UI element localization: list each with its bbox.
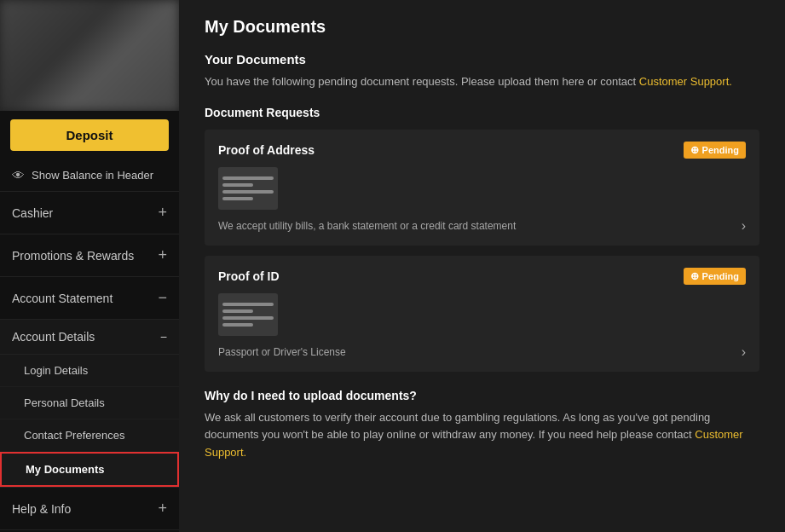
account-details-icon: − <box>160 330 167 344</box>
your-documents-section-title: Your Documents <box>205 52 759 66</box>
id-thumb-line-3 <box>222 316 274 320</box>
proof-of-id-desc-text: Passport or Driver's License <box>218 346 346 358</box>
sidebar-item-account-statement[interactable]: Account Statement − <box>0 277 179 320</box>
login-details-label: Login Details <box>24 364 88 377</box>
proof-of-id-desc: Passport or Driver's License › <box>218 344 746 360</box>
account-details-subnav: Login Details Personal Details Contact P… <box>0 355 179 488</box>
account-statement-label: Account Statement <box>12 292 113 305</box>
id-thumb-line-1 <box>222 303 274 306</box>
your-documents-description: You have the following pending document … <box>205 73 759 90</box>
sidebar-item-login-details[interactable]: Login Details <box>0 355 179 387</box>
proof-of-address-card[interactable]: Proof of Address Pending We accept utili… <box>205 130 759 246</box>
proof-of-address-title: Proof of Address <box>218 143 315 157</box>
main-content: My Documents Your Documents You have the… <box>179 0 785 532</box>
proof-of-address-thumbnail <box>218 167 278 210</box>
proof-of-id-status: Pending <box>684 268 746 285</box>
proof-of-address-header: Proof of Address Pending <box>218 142 746 159</box>
cashier-label: Cashier <box>12 206 53 220</box>
proof-of-address-desc-text: We accept utility bills, a bank statemen… <box>218 220 516 232</box>
sidebar-item-account-details[interactable]: Account Details − <box>0 320 179 355</box>
help-expand-icon: + <box>158 500 167 518</box>
help-label: Help & Info <box>12 502 71 516</box>
thumb-line-1 <box>222 176 274 180</box>
thumb-lines <box>222 176 274 200</box>
promotions-expand-icon: + <box>158 246 167 264</box>
sidebar-item-contact-preferences[interactable]: Contact Preferences <box>0 419 179 452</box>
proof-of-id-chevron: › <box>742 344 746 360</box>
show-balance-toggle[interactable]: 👁 Show Balance in Header <box>0 159 179 192</box>
support-link-top[interactable]: Customer Support. <box>639 75 732 88</box>
promotions-label: Promotions & Rewards <box>12 249 134 263</box>
document-requests-title: Document Requests <box>205 106 759 119</box>
deposit-button[interactable]: Deposit <box>10 119 169 151</box>
sidebar: Deposit 👁 Show Balance in Header Cashier… <box>0 0 179 532</box>
proof-of-id-header: Proof of ID Pending <box>218 268 746 285</box>
thumb-lines-id <box>222 303 274 327</box>
thumb-line-3 <box>222 190 274 194</box>
sidebar-item-help[interactable]: Help & Info + <box>0 488 179 530</box>
avatar <box>0 0 179 111</box>
proof-of-id-thumbnail <box>218 293 278 336</box>
account-details-label: Account Details <box>12 330 95 344</box>
your-docs-desc-text: You have the following pending document … <box>205 75 636 88</box>
why-title: Why do I need to upload documents? <box>205 389 759 402</box>
proof-of-address-desc: We accept utility bills, a bank statemen… <box>218 218 746 234</box>
personal-details-label: Personal Details <box>24 396 105 409</box>
proof-of-id-card[interactable]: Proof of ID Pending Passport or Driver's… <box>205 256 759 372</box>
sidebar-item-cashier[interactable]: Cashier + <box>0 192 179 234</box>
proof-of-address-chevron: › <box>742 218 746 234</box>
sidebar-item-promotions[interactable]: Promotions & Rewards + <box>0 234 179 277</box>
thumb-line-2 <box>222 183 253 187</box>
show-balance-label: Show Balance in Header <box>32 169 153 182</box>
my-documents-label: My Documents <box>26 463 104 476</box>
id-thumb-line-2 <box>222 309 253 313</box>
why-text-content: We ask all customers to verify their acc… <box>205 411 710 442</box>
proof-of-address-status: Pending <box>684 142 746 159</box>
account-statement-collapse-icon: − <box>158 289 167 307</box>
why-text: We ask all customers to verify their acc… <box>205 409 759 462</box>
id-thumb-line-4 <box>222 323 253 327</box>
contact-preferences-label: Contact Preferences <box>24 429 125 442</box>
eye-icon: 👁 <box>12 168 25 182</box>
cashier-expand-icon: + <box>158 204 167 222</box>
page-title: My Documents <box>205 17 759 37</box>
proof-of-id-title: Proof of ID <box>218 269 280 283</box>
thumb-line-4 <box>222 197 253 200</box>
sidebar-item-personal-details[interactable]: Personal Details <box>0 387 179 419</box>
sidebar-item-my-documents[interactable]: My Documents <box>0 452 179 487</box>
why-section: Why do I need to upload documents? We as… <box>205 389 759 462</box>
